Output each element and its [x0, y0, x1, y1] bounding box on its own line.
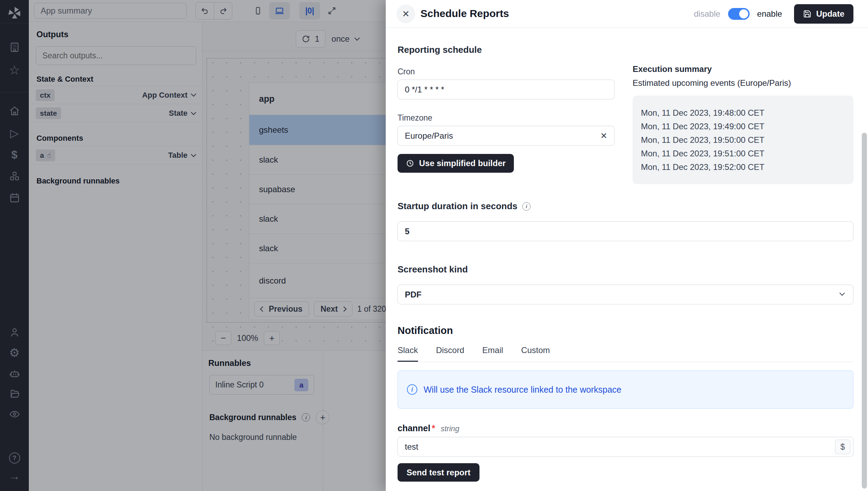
- event-item: Mon, 11 Dec 2023, 19:48:00 CET: [641, 106, 845, 120]
- update-button[interactable]: Update: [794, 4, 853, 24]
- drawer-scrollbar[interactable]: [862, 133, 867, 489]
- toggle-off-label: disable: [694, 9, 720, 19]
- upcoming-events-box: Mon, 11 Dec 2023, 19:48:00 CET Mon, 11 D…: [633, 96, 853, 184]
- startup-duration-label: Startup duration in seconds: [398, 201, 517, 212]
- cron-label: Cron: [398, 67, 615, 76]
- startup-duration-section: Startup duration in seconds i: [398, 201, 853, 241]
- schedule-reports-drawer: ✕ Schedule Reports disable enable Update…: [386, 0, 868, 491]
- cron-input[interactable]: [398, 80, 615, 99]
- screenshot-kind-label: Screenshot kind: [398, 264, 853, 275]
- timezone-label: Timezone: [398, 113, 615, 123]
- channel-field-section: channel * string $: [398, 423, 853, 457]
- required-asterisk: *: [432, 423, 435, 433]
- reporting-schedule-title: Reporting schedule: [398, 44, 615, 55]
- app-root: |0| ☆ ▷: [0, 0, 868, 491]
- event-item: Mon, 11 Dec 2023, 19:49:00 CET: [641, 120, 845, 133]
- slack-info-banner: i Will use the Slack resource linked to …: [398, 370, 853, 409]
- banner-text: Will use the Slack resource linked to th…: [424, 385, 621, 395]
- tab-discord[interactable]: Discord: [436, 345, 464, 362]
- drawer-backdrop[interactable]: [0, 0, 386, 491]
- execution-summary-section: Execution summary Estimated upcoming eve…: [633, 64, 853, 184]
- clear-timezone-button[interactable]: ✕: [600, 131, 607, 141]
- insert-variable-button[interactable]: $: [835, 440, 850, 454]
- toggle-knob: [739, 9, 748, 18]
- info-icon: i: [522, 202, 531, 211]
- send-test-report-label: Send test report: [407, 468, 470, 477]
- notification-section: Notification Slack Discord Email Custom …: [398, 325, 853, 409]
- tab-custom[interactable]: Custom: [521, 345, 550, 362]
- timezone-value: Europe/Paris: [405, 131, 453, 141]
- notification-tabs: Slack Discord Email Custom: [398, 345, 853, 362]
- toggle-on-label: enable: [757, 9, 782, 19]
- channel-input-wrapper: $: [398, 437, 853, 457]
- startup-duration-input[interactable]: [398, 221, 853, 241]
- clock-icon: [406, 159, 414, 167]
- channel-type-hint: string: [441, 424, 459, 433]
- update-label: Update: [816, 9, 844, 19]
- info-icon: i: [407, 384, 417, 395]
- execution-summary-title: Execution summary: [633, 64, 853, 74]
- screenshot-kind-select[interactable]: PDF: [398, 285, 853, 304]
- chevron-down-icon: [840, 290, 845, 296]
- execution-summary-subtitle: Estimated upcoming events (Europe/Paris): [633, 78, 853, 88]
- event-item: Mon, 11 Dec 2023, 19:51:00 CET: [641, 147, 845, 160]
- event-item: Mon, 11 Dec 2023, 19:52:00 CET: [641, 160, 845, 174]
- notification-title: Notification: [398, 325, 853, 336]
- close-drawer-button[interactable]: ✕: [397, 5, 415, 23]
- close-icon: ✕: [402, 9, 410, 19]
- simplified-builder-button[interactable]: Use simplified builder: [398, 154, 514, 173]
- channel-label: channel: [398, 423, 430, 433]
- timezone-input[interactable]: Europe/Paris ✕: [398, 126, 615, 146]
- send-test-report-button[interactable]: Send test report: [398, 463, 479, 482]
- drawer-title: Schedule Reports: [420, 8, 509, 19]
- drawer-header-actions: disable enable Update: [694, 0, 853, 28]
- screenshot-kind-section: Screenshot kind PDF: [398, 264, 853, 304]
- simplified-builder-label: Use simplified builder: [419, 158, 506, 168]
- enable-toggle[interactable]: [728, 8, 750, 20]
- screenshot-kind-value: PDF: [405, 290, 422, 300]
- tab-email[interactable]: Email: [482, 345, 503, 362]
- drawer-header: ✕ Schedule Reports disable enable Update: [386, 0, 868, 28]
- save-icon: [803, 10, 811, 18]
- tab-slack[interactable]: Slack: [398, 345, 418, 362]
- reporting-schedule-section: Reporting schedule Cron Timezone Europe/…: [398, 44, 615, 173]
- event-item: Mon, 11 Dec 2023, 19:50:00 CET: [641, 133, 845, 147]
- channel-input[interactable]: [405, 442, 815, 452]
